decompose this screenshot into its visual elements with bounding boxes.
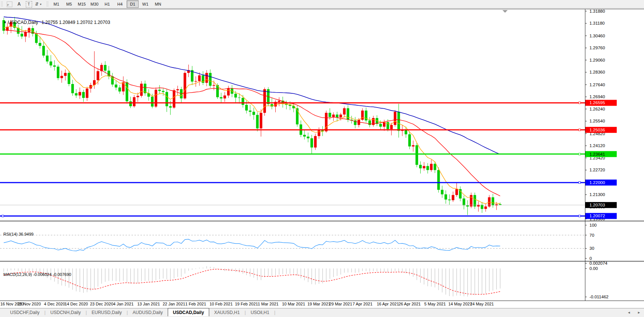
timeframe-button-w1[interactable]: W1 [139,0,151,8]
timeframe-button-mn[interactable]: MN [152,0,164,8]
arrows-icon: ⇵ [35,1,39,7]
macd-tick-label: 0.002074 [589,261,608,265]
hline-anchor[interactable] [579,102,580,104]
price-tick-label: 1.30460 [589,34,605,38]
candlestick [415,145,418,165]
toolbar: F A T ⇵ ▼ M1M5M15M30H1H4D1W1MN [0,0,644,9]
candlestick [423,166,425,168]
objects-grid-tool-icon[interactable]: F [5,1,13,7]
candlestick [492,197,494,205]
candlestick [256,115,259,128]
candlestick [365,111,368,121]
arrows-tool-icon[interactable]: ⇵ ▼ [34,1,43,7]
candlestick [151,97,154,107]
candlestick [437,170,440,190]
candlestick [426,166,429,170]
tab-usdchf[interactable]: USDCHF,Daily [5,308,44,317]
rsi-tick-label: 100 [589,223,597,227]
candlestick [104,65,106,71]
price-tick-label: 1.27640 [589,83,605,87]
tab-usdcad[interactable]: USDCAD,Daily [168,308,209,317]
candlestick [195,81,197,81]
price-tick-label: 1.31880 [589,9,605,13]
candlestick [169,106,172,108]
tab-scroll-right-icon[interactable]: ► [634,311,644,314]
candlestick [278,101,281,102]
chart-canvas[interactable]: 1.318801.311801.304601.297601.290601.283… [0,9,644,301]
candlestick [455,189,458,195]
candlestick [329,113,331,117]
candlestick [133,97,136,106]
tab-eurusd[interactable]: EURUSD,Daily [87,308,127,317]
tab-usoil[interactable]: USOil,H1 [246,308,274,317]
candlestick [57,67,59,78]
hline-price-label: 1.20072 [589,214,605,218]
chart-symbol-period: USDCAD,Daily [8,20,38,25]
timeframe-button-h4[interactable]: H4 [114,0,126,8]
rsi-indicator-label: RSI(14) 36.9499 [3,232,34,236]
timeframe-button-m1[interactable]: M1 [50,0,62,8]
candlestick [173,90,175,108]
timeframe-button-h1[interactable]: H1 [101,0,113,8]
candlestick [419,165,422,168]
text-tool-icon[interactable]: A [15,1,23,7]
candlestick [75,93,78,96]
candlestick [50,62,52,66]
candlestick [303,135,306,137]
time-axis-label: 24 May 2021 [470,302,494,306]
chart-title: ▼ USDCAD,Daily 1.20755 1.20849 1.20702 1… [3,20,110,25]
hline-price-label: 1.26595 [589,100,605,105]
hline-anchor[interactable] [579,153,580,155]
chart-background[interactable] [0,9,644,301]
candlestick [64,73,66,76]
boxed-t-icon: T [26,1,32,7]
tab-separator: | [274,308,275,317]
timeframe-button-d1[interactable]: D1 [127,0,139,8]
tab-usdcnh[interactable]: USDCNH,Daily [46,308,86,317]
timeframe-button-m15[interactable]: M15 [76,0,88,8]
time-axis-label: 10 Feb 2021 [210,302,233,306]
chevron-down-icon: ▼ [40,3,42,6]
candlestick [118,87,121,91]
candlestick [39,43,41,46]
candlestick [481,205,483,209]
hline-anchor[interactable] [2,215,4,217]
current-price-label: 1.20703 [589,203,605,207]
toolbar-drag-handle[interactable] [1,1,3,7]
tab-xauusd[interactable]: XAUUSD,H1 [209,308,245,317]
time-axis-label: 1 Feb 2021 [185,302,206,306]
time-axis-label: 4 Dec 2020 [44,302,65,306]
candlestick [209,73,211,86]
macd-tick-label: 0.00 [589,266,598,271]
price-tick-label: 1.28360 [589,70,605,74]
price-tick-label: 1.25540 [589,119,605,123]
candlestick [108,71,110,76]
toolbar-drag-handle[interactable] [46,1,49,7]
candlestick [205,73,208,83]
text-label-tool-icon[interactable]: T [25,1,33,7]
candlestick [35,34,38,43]
tab-scroll-left-icon[interactable]: ◄ [624,311,634,314]
time-axis-label: 23 Dec 2020 [90,302,113,306]
tabs: USDCHF,Daily|USDCNH,Daily|EURUSD,Daily|A… [5,308,275,317]
timeframe-button-m30[interactable]: M30 [89,0,100,8]
rsi-tick-label: 30 [589,246,594,251]
candlestick [379,124,382,127]
hline-price-label: 1.25036 [589,128,605,132]
time-axis: 16 Nov 202025 Nov 20204 Dec 202014 Dec 2… [0,301,644,307]
candlestick [78,92,81,95]
price-tick-label: 1.26940 [589,94,605,99]
candlestick [184,73,186,98]
candlestick [155,90,157,106]
time-axis-label: 22 Jan 2021 [162,302,185,306]
hline-anchor[interactable] [579,129,580,131]
tab-audusd[interactable]: AUDUSD,Daily [128,308,168,317]
chart-window[interactable]: 1.318801.311801.304601.297601.290601.283… [0,9,644,301]
collapse-triangle-icon[interactable]: ▼ [3,21,7,24]
candlestick [176,89,179,90]
chart-ohlc-values: 1.20755 1.20849 1.20702 1.20703 [41,20,110,25]
time-axis-label: 14 Dec 2020 [65,302,88,306]
hline-anchor[interactable] [579,215,580,217]
timeframe-button-m5[interactable]: M5 [63,0,75,8]
hline-anchor[interactable] [579,181,580,183]
